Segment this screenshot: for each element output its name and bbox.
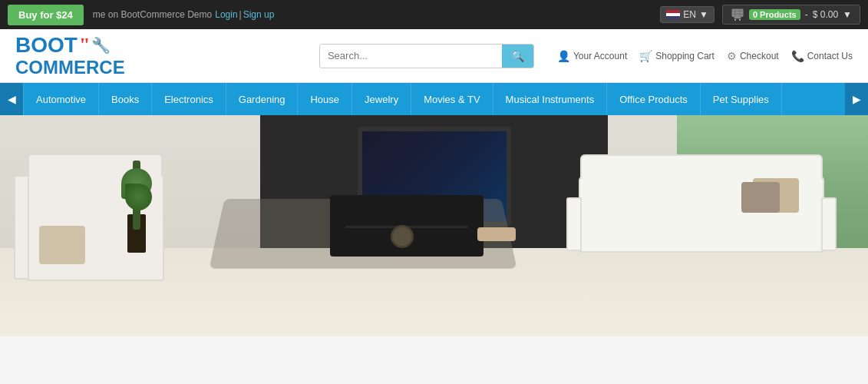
hero-section [0,115,868,336]
checkout-link[interactable]: ⚙ Checkout [727,50,779,62]
flag-icon [666,10,680,19]
svg-point-2 [734,19,736,21]
hero-sofa-right [579,176,824,253]
hero-plant-leaf2 [125,184,152,210]
search-area: 🔍 [319,44,534,68]
cart-svg-icon [731,8,744,21]
search-button[interactable]: 🔍 [502,45,533,68]
nav-next-button[interactable]: ▶ [845,83,868,115]
hero-table-tray [477,227,516,241]
nav-prev-button[interactable]: ◀ [0,83,23,115]
top-bar: Buy for $24 me on BootCommerce Demo Logi… [0,0,868,29]
your-account-link[interactable]: 👤 Your Account [557,50,627,62]
shopping-cart-link[interactable]: 🛒 Shopping Cart [639,50,715,62]
user-icon: 👤 [557,50,570,62]
login-link[interactable]: Login [215,9,237,20]
promo-text: me on BootCommerce Demo [93,9,212,20]
checkout-icon: ⚙ [727,50,737,62]
cart-count-badge: 0 Products [749,9,800,20]
hero-plant [121,161,152,253]
lang-code: EN [683,9,696,20]
buy-button[interactable]: Buy for $24 [8,5,84,25]
nav-items: Automotive Books Electronics Gardening H… [23,83,845,115]
top-bar-right: EN ▼ 0 Products - $ 0.00 ▼ [660,5,860,25]
logo-commerce: COMMERCE [15,58,125,78]
nav-prev-icon: ◀ [8,93,16,105]
hero-table-decor [391,225,414,248]
your-account-label: Your Account [573,51,627,61]
hero-sofa-armrest-left [566,197,582,251]
nav-item-movies-tv[interactable]: Movies & TV [411,83,493,115]
nav-item-books[interactable]: Books [99,83,152,115]
shopping-cart-icon: 🛒 [639,50,652,62]
language-selector[interactable]: EN ▼ [660,6,715,23]
search-icon: 🔍 [511,50,524,62]
nav-item-gardening[interactable]: Gardening [226,83,299,115]
logo-boot: BOOT [15,34,78,58]
cart-area[interactable]: 0 Products - $ 0.00 ▼ [722,5,860,25]
nav-item-house[interactable]: House [298,83,352,115]
logo-quote-icon: " [79,35,90,57]
contact-us-link[interactable]: 📞 Contact Us [791,50,853,62]
navbar: ◀ Automotive Books Electronics Gardening… [0,83,868,115]
signup-link[interactable]: Sign up [243,9,275,20]
hero-left-sofa-pillow [39,226,85,264]
checkout-label: Checkout [740,51,779,61]
cart-dropdown-icon: ▼ [843,9,852,20]
cart-price: $ 0.00 [813,9,838,20]
header: BOOT " 🔧 COMMERCE 🔍 👤 Your Account 🛒 Sho… [0,29,868,83]
nav-item-jewelry[interactable]: Jewelry [352,83,411,115]
nav-item-pet-supplies[interactable]: Pet Supplies [701,83,782,115]
svg-rect-1 [734,17,741,18]
phone-icon: 📞 [791,50,804,62]
hero-sofa-left-armrest [14,175,29,280]
svg-point-3 [739,19,741,21]
hero-pillow-2 [741,182,780,213]
logo-area[interactable]: BOOT " 🔧 COMMERCE [15,34,125,78]
nav-item-automotive[interactable]: Automotive [23,83,99,115]
divider: | [239,9,242,20]
logo-wrench-icon: 🔧 [91,37,111,54]
svg-rect-0 [731,9,743,18]
shopping-cart-label: Shopping Cart [655,51,715,61]
nav-item-electronics[interactable]: Electronics [152,83,226,115]
hero-sofa-armrest-right [821,197,837,251]
lang-dropdown-icon: ▼ [699,9,708,20]
cart-separator: - [805,9,808,20]
hero-sofa-right-back [580,154,823,179]
nav-next-icon: ▶ [853,93,861,105]
search-input[interactable] [320,45,502,67]
nav-item-musical-instruments[interactable]: Musical Instruments [493,83,608,115]
header-links: 👤 Your Account 🛒 Shopping Cart ⚙ Checkou… [557,50,853,62]
nav-item-office-products[interactable]: Office Products [607,83,701,115]
contact-us-label: Contact Us [807,51,853,61]
